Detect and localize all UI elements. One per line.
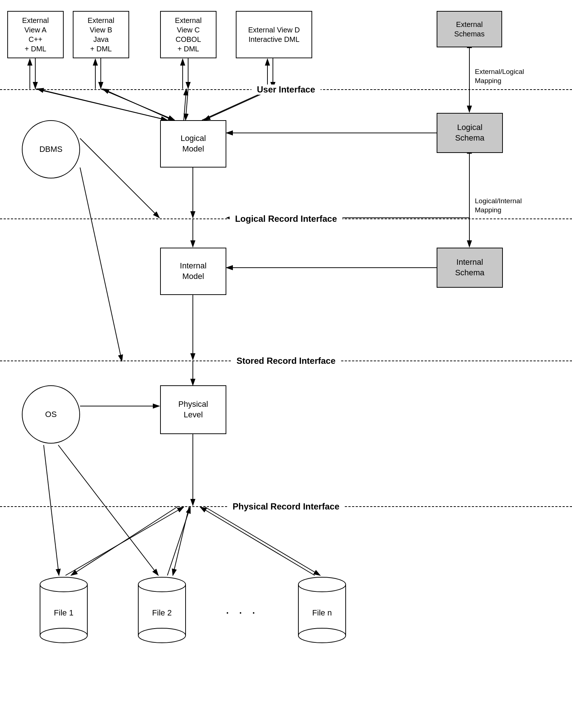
svg-line-38 bbox=[200, 507, 315, 575]
ext-logical-mapping-label: External/Logical Mapping bbox=[475, 67, 524, 85]
logical-model-label: Logical Model bbox=[180, 133, 206, 154]
svg-text:File n: File n bbox=[312, 608, 332, 617]
file1-cylinder: File 1 bbox=[36, 574, 91, 646]
logical-schema-label: Logical Schema bbox=[455, 122, 485, 143]
svg-point-40 bbox=[40, 577, 87, 592]
svg-line-35 bbox=[58, 445, 158, 575]
svg-line-31 bbox=[71, 506, 178, 575]
svg-point-48 bbox=[298, 577, 346, 592]
internal-schema-box: Internal Schema bbox=[437, 248, 503, 288]
svg-line-12 bbox=[186, 89, 188, 120]
physical-level-label: Physical Level bbox=[178, 399, 208, 420]
external-view-b-label: External View B Java + DML bbox=[88, 16, 114, 54]
logical-internal-mapping-label: Logical/Internal Mapping bbox=[475, 197, 522, 215]
dbms-label: DBMS bbox=[39, 145, 63, 154]
physical-level-box: Physical Level bbox=[160, 385, 226, 434]
svg-line-36 bbox=[65, 507, 184, 575]
svg-line-27 bbox=[80, 138, 159, 218]
external-view-b-box: External View B Java + DML bbox=[73, 11, 129, 58]
svg-point-44 bbox=[138, 577, 186, 592]
external-view-c-label: External View C COBOL + DML bbox=[175, 16, 202, 54]
svg-line-10 bbox=[35, 89, 167, 120]
svg-line-26 bbox=[80, 168, 122, 361]
os-circle: OS bbox=[22, 385, 80, 444]
internal-model-box: Internal Model bbox=[160, 248, 226, 295]
physical-record-interface-label: Physical Record Interface bbox=[227, 501, 345, 512]
diagram-container: External View A C++ + DML External View … bbox=[0, 0, 572, 728]
external-schemas-box: External Schemas bbox=[437, 11, 502, 47]
svg-line-33 bbox=[204, 506, 320, 575]
stored-record-interface-label: Stored Record Interface bbox=[231, 356, 341, 366]
internal-schema-label: Internal Schema bbox=[455, 257, 485, 278]
external-view-c-box: External View C COBOL + DML bbox=[160, 11, 217, 58]
external-view-d-box: External View D Interactive DML bbox=[236, 11, 312, 58]
svg-text:File 2: File 2 bbox=[152, 608, 172, 617]
file2-cylinder: File 2 bbox=[135, 574, 189, 646]
svg-line-16 bbox=[184, 89, 186, 120]
svg-point-45 bbox=[138, 628, 186, 643]
svg-point-41 bbox=[40, 628, 87, 643]
svg-line-11 bbox=[101, 89, 175, 120]
svg-line-14 bbox=[37, 89, 167, 120]
external-view-a-label: External View A C++ + DML bbox=[22, 16, 49, 54]
svg-point-49 bbox=[298, 628, 346, 643]
svg-line-37 bbox=[167, 507, 190, 575]
svg-line-15 bbox=[103, 89, 173, 120]
internal-model-label: Internal Model bbox=[180, 261, 206, 282]
external-schemas-label: External Schemas bbox=[454, 20, 484, 39]
external-view-d-label: External View D Interactive DML bbox=[248, 25, 300, 44]
svg-line-32 bbox=[173, 506, 189, 575]
external-view-a-box: External View A C++ + DML bbox=[7, 11, 64, 58]
logical-record-interface-label: Logical Record Interface bbox=[230, 214, 342, 224]
user-interface-label: User Interface bbox=[251, 84, 321, 95]
dots-label: · · · bbox=[226, 605, 258, 620]
os-label: OS bbox=[45, 410, 57, 419]
svg-text:File 1: File 1 bbox=[54, 608, 74, 617]
logical-schema-box: Logical Schema bbox=[437, 113, 503, 153]
svg-line-34 bbox=[44, 445, 59, 575]
logical-model-box: Logical Model bbox=[160, 120, 226, 168]
dbms-circle: DBMS bbox=[22, 120, 80, 178]
filen-cylinder: File n bbox=[295, 574, 349, 646]
